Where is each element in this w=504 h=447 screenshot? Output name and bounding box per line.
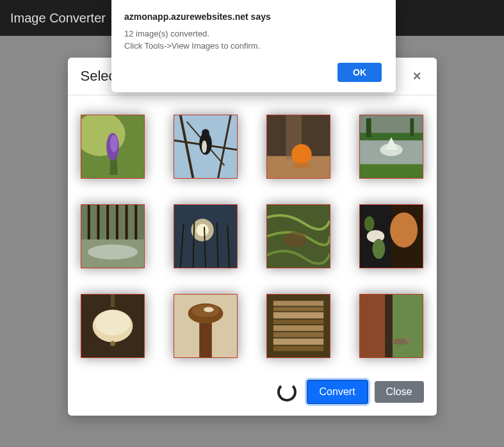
- svg-rect-62: [273, 312, 323, 318]
- thumb-sunset-grass[interactable]: [174, 204, 238, 268]
- thumbnail-grid: [81, 115, 424, 358]
- svg-rect-30: [126, 205, 128, 240]
- svg-rect-26: [88, 205, 90, 240]
- app-title: Image Converter: [10, 11, 106, 26]
- svg-point-48: [364, 216, 375, 232]
- svg-rect-67: [273, 346, 323, 351]
- js-alert-dialog: azmonapp.azurewebsites.net says 12 image…: [111, 0, 396, 92]
- svg-point-47: [373, 239, 386, 259]
- thumb-lizard-wall[interactable]: [359, 294, 423, 358]
- svg-rect-28: [106, 205, 109, 240]
- svg-point-32: [88, 245, 138, 260]
- svg-rect-20: [360, 164, 423, 178]
- thumb-bird-tree[interactable]: [174, 115, 238, 179]
- svg-rect-27: [97, 205, 100, 240]
- svg-rect-66: [273, 339, 323, 345]
- svg-point-72: [406, 339, 412, 343]
- thumb-lamp-ceiling[interactable]: [81, 294, 145, 358]
- thumb-fountain-lawn[interactable]: [359, 115, 423, 179]
- svg-point-45: [390, 213, 418, 248]
- svg-rect-69: [360, 295, 388, 357]
- alert-origin: azmonapp.azurewebsites.net says: [124, 12, 382, 22]
- thumb-food-platter[interactable]: [359, 204, 423, 268]
- svg-rect-61: [273, 307, 323, 311]
- modal-body: [68, 95, 437, 371]
- thumb-wood-handle[interactable]: [174, 294, 238, 358]
- svg-point-52: [95, 311, 131, 336]
- alert-actions: OK: [124, 63, 382, 82]
- svg-rect-31: [134, 205, 137, 240]
- thumb-plant-flower[interactable]: [81, 115, 145, 179]
- alert-message: 12 image(s) converted. Click Tools->View…: [124, 28, 382, 53]
- thumb-orange-table[interactable]: [266, 115, 330, 179]
- svg-point-3: [110, 134, 118, 152]
- thumb-books-stack[interactable]: [266, 294, 330, 358]
- svg-rect-70: [385, 295, 393, 357]
- svg-point-16: [293, 163, 310, 169]
- convert-button[interactable]: Convert: [307, 380, 368, 404]
- svg-point-10: [202, 129, 209, 137]
- svg-rect-29: [116, 205, 118, 240]
- svg-point-11: [202, 140, 207, 153]
- svg-rect-50: [111, 295, 115, 307]
- svg-rect-60: [273, 301, 323, 306]
- svg-rect-64: [273, 325, 323, 331]
- svg-rect-63: [273, 320, 323, 324]
- thumb-leaves-ground[interactable]: [266, 204, 330, 268]
- close-button[interactable]: Close: [375, 381, 424, 403]
- modal-footer: Convert Close: [68, 371, 437, 416]
- loading-spinner-icon: [277, 382, 297, 402]
- svg-rect-22: [366, 118, 371, 137]
- svg-point-58: [204, 307, 214, 313]
- thumb-forest-stream[interactable]: [81, 204, 145, 268]
- svg-point-35: [196, 224, 209, 236]
- svg-point-42: [284, 232, 306, 247]
- modal-close-x-button[interactable]: ×: [411, 68, 424, 85]
- svg-point-15: [291, 144, 311, 164]
- modal-backdrop: Select Images to Convert ×: [0, 36, 504, 447]
- svg-point-53: [110, 341, 115, 346]
- svg-rect-23: [410, 118, 414, 136]
- alert-ok-button[interactable]: OK: [337, 63, 382, 82]
- image-select-modal: Select Images to Convert ×: [68, 58, 437, 416]
- svg-rect-65: [273, 332, 323, 337]
